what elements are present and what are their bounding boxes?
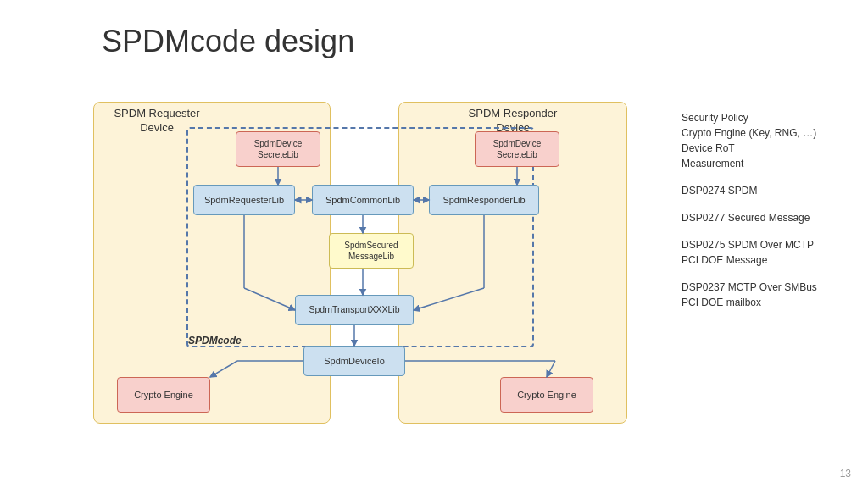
- device-io: SpdmDeviceIo: [303, 346, 405, 376]
- annotation-line: DSP0277 Secured Message: [682, 212, 810, 224]
- annotation-group-1: Security Policy Crypto Engine (Key, RNG,…: [682, 110, 851, 171]
- annotation-group-4: DSP0275 SPDM Over MCTP PCI DOE Message: [682, 237, 851, 268]
- diagram-area: SPDM RequesterDevice SPDM ResponderDevic…: [85, 85, 644, 458]
- common-lib: SpdmCommonLib: [312, 185, 414, 215]
- annotation-line: PCI DOE Message: [682, 254, 767, 266]
- secretelib-responder: SpdmDeviceSecreteLib: [475, 131, 559, 167]
- crypto-engine-left: Crypto Engine: [117, 377, 210, 413]
- annotation-line: Security Policy: [682, 112, 748, 124]
- spdmcode-label: SPDMcode: [188, 335, 242, 347]
- annotation-line: Crypto Engine (Key, RNG, …): [682, 127, 816, 139]
- annotation-group-3: DSP0277 Secured Message: [682, 210, 851, 225]
- crypto-engine-right: Crypto Engine: [500, 377, 593, 413]
- annotation-line: PCI DOE mailbox: [682, 297, 761, 308]
- secured-msg-lib: SpdmSecuredMessageLib: [329, 233, 414, 269]
- annotation-line: Device RoT: [682, 142, 735, 154]
- secretelib-requester: SpdmDeviceSecreteLib: [236, 131, 320, 167]
- annotation-line: DSP0275 SPDM Over MCTP: [682, 239, 814, 251]
- annotations-panel: Security Policy Crypto Engine (Key, RNG,…: [682, 110, 851, 322]
- requester-lib: SpdmRequesterLib: [193, 185, 295, 215]
- page-number: 13: [840, 468, 851, 480]
- annotation-line: Measurement: [682, 158, 743, 169]
- annotation-line: DSP0274 SPDM: [682, 185, 757, 197]
- annotation-group-2: DSP0274 SPDM: [682, 183, 851, 198]
- annotation-group-5: DSP0237 MCTP Over SMBus PCI DOE mailbox: [682, 280, 851, 310]
- page-title: SPDMcode design: [102, 24, 354, 59]
- transport-lib: SpdmTransportXXXLib: [295, 295, 414, 325]
- responder-lib: SpdmResponderLib: [429, 185, 539, 215]
- annotation-line: DSP0237 MCTP Over SMBus: [682, 281, 817, 293]
